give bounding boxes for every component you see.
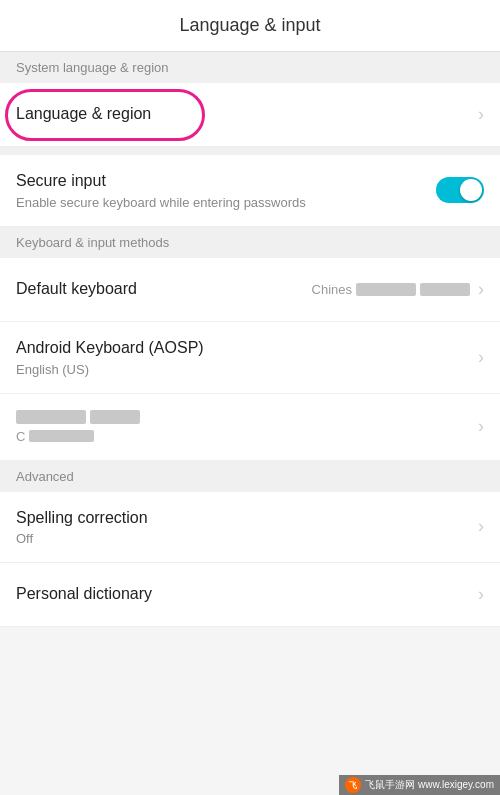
- secure-input-toggle[interactable]: [436, 177, 484, 203]
- language-region-title: Language & region: [16, 104, 470, 125]
- secure-input-subtitle: Enable secure keyboard while entering pa…: [16, 195, 436, 210]
- chevron-icon: ›: [478, 516, 484, 537]
- list-item-android-keyboard[interactable]: Android Keyboard (AOSP) English (US) ›: [0, 322, 500, 394]
- language-region-content: Language & region: [16, 104, 470, 125]
- list-item-default-keyboard[interactable]: Default keyboard Chines ›: [0, 258, 500, 322]
- blurred-title-1: [16, 410, 86, 424]
- blurred-item-content: C: [16, 410, 470, 444]
- secure-input-title: Secure input: [16, 171, 436, 192]
- app-header: Language & input: [0, 0, 500, 52]
- chevron-icon: ›: [478, 584, 484, 605]
- default-keyboard-content: Default keyboard: [16, 279, 312, 300]
- blurred-value-2: [420, 283, 470, 296]
- list-item-blurred[interactable]: C ›: [0, 394, 500, 461]
- chevron-icon: ›: [478, 279, 484, 300]
- android-keyboard-content: Android Keyboard (AOSP) English (US): [16, 338, 470, 377]
- default-keyboard-title: Default keyboard: [16, 279, 312, 300]
- android-keyboard-subtitle: English (US): [16, 362, 470, 377]
- default-keyboard-value: Chines: [312, 282, 470, 297]
- watermark-text: 飞鼠手游网 www.lexigey.com: [365, 778, 494, 792]
- section-label-system-language: System language & region: [0, 52, 500, 83]
- blurred-title-2: [90, 410, 140, 424]
- personal-dictionary-title: Personal dictionary: [16, 584, 470, 605]
- blurred-value-1: [356, 283, 416, 296]
- secure-input-content: Secure input Enable secure keyboard whil…: [16, 171, 436, 210]
- page-title: Language & input: [179, 15, 320, 36]
- personal-dictionary-content: Personal dictionary: [16, 584, 470, 605]
- blurred-title-row: [16, 410, 470, 424]
- blurred-sub-letter: C: [16, 429, 25, 444]
- blurred-subtitle-1: [29, 430, 94, 442]
- section-label-keyboard: Keyboard & input methods: [0, 227, 500, 258]
- spelling-correction-content: Spelling correction Off: [16, 508, 470, 547]
- watermark: 飞 飞鼠手游网 www.lexigey.com: [339, 775, 500, 795]
- list-item-personal-dictionary[interactable]: Personal dictionary ›: [0, 563, 500, 627]
- toggle-switch[interactable]: [436, 177, 484, 203]
- list-item-spelling-correction[interactable]: Spelling correction Off ›: [0, 492, 500, 564]
- chevron-icon: ›: [478, 104, 484, 125]
- blurred-subtitle-row: C: [16, 429, 470, 444]
- list-item-secure-input[interactable]: Secure input Enable secure keyboard whil…: [0, 155, 500, 227]
- android-keyboard-title: Android Keyboard (AOSP): [16, 338, 470, 359]
- spelling-correction-subtitle: Off: [16, 531, 470, 546]
- spelling-correction-title: Spelling correction: [16, 508, 470, 529]
- section-label-advanced: Advanced: [0, 461, 500, 492]
- chevron-icon: ›: [478, 347, 484, 368]
- watermark-logo: 飞: [345, 777, 361, 793]
- keyboard-value-text: Chines: [312, 282, 352, 297]
- section-divider: [0, 147, 500, 155]
- list-item-language-region[interactable]: Language & region ›: [0, 83, 500, 147]
- toggle-knob: [460, 179, 482, 201]
- chevron-icon: ›: [478, 416, 484, 437]
